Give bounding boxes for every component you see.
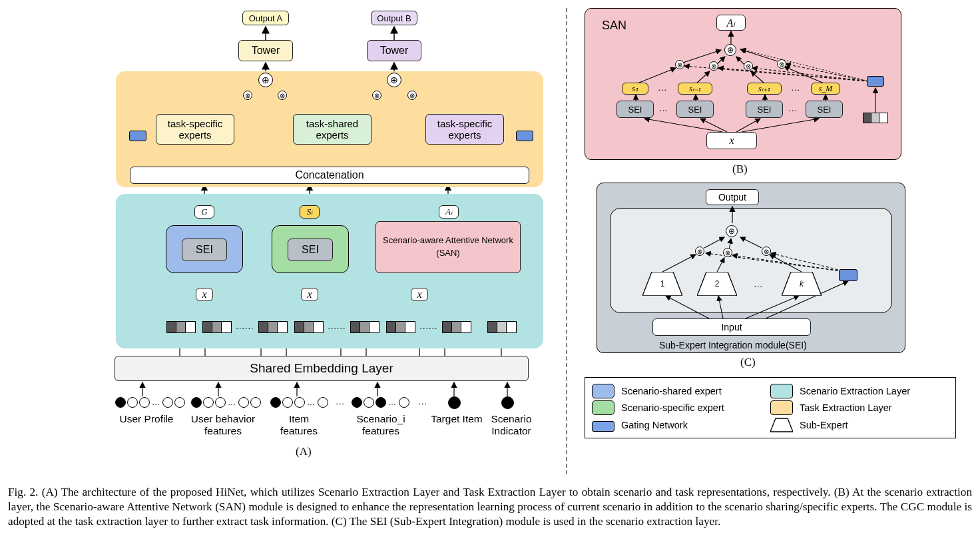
san-s3: sᵢ₊₁ — [747, 83, 782, 95]
san-s1: s₁ — [622, 83, 648, 95]
san-sub: (SAN) — [436, 247, 459, 260]
input-target-item-dot — [447, 396, 461, 409]
g-out: G — [194, 205, 214, 219]
sei-gate — [839, 269, 858, 281]
san-dots-2: … — [791, 83, 800, 93]
ai-out: Aᵢ — [439, 205, 459, 219]
tower-b: Tower — [367, 40, 421, 61]
sei-input: Input — [652, 318, 811, 336]
san-scen-strip — [863, 113, 888, 123]
legend-shared-expert: Scenario-shared expert — [621, 386, 722, 396]
san-ai: Aᵢ — [716, 15, 746, 31]
task-shared-experts: task-shared experts — [293, 114, 371, 145]
san-sei-3: SEI — [746, 101, 783, 118]
feat-strip-3 — [258, 321, 288, 333]
sei-trap-dots: … — [754, 279, 763, 290]
feat-gap-1: …… — [236, 321, 254, 332]
san-s2: sᵢ₋₁ — [678, 83, 712, 95]
sei-specific: SEI — [288, 239, 333, 261]
panels-divider — [561, 8, 573, 474]
panel-b-letter: (B) — [732, 163, 748, 176]
gate-right — [516, 131, 533, 141]
legend-icon-sel — [770, 384, 793, 398]
legend-tel: Task Extraction Layer — [800, 402, 892, 413]
san-m3: ⊗ — [744, 61, 753, 71]
legend-icon-gating — [592, 421, 614, 432]
svg-text:k: k — [800, 279, 804, 288]
legend-icon-tel — [770, 400, 793, 415]
figure-caption: Fig. 2. (A) The architecture of the prop… — [8, 485, 972, 529]
figure-2: Output A Output B Tower Tower ⊕ ⊕ ⊗ ⊗ ⊗ … — [8, 8, 972, 529]
tower-a: Tower — [238, 40, 293, 61]
san-dots-1: … — [658, 83, 667, 93]
concatenation: Concatenation — [130, 167, 529, 184]
mult-b1: ⊗ — [372, 91, 381, 100]
si-out: Sᵢ — [300, 205, 320, 219]
feat-strip-6 — [386, 321, 415, 333]
plus-b: ⊕ — [387, 73, 401, 87]
x-3: x — [411, 288, 428, 301]
svg-text:2: 2 — [715, 279, 720, 288]
task-specific-experts-a: task-specific experts — [156, 114, 234, 145]
san-title-label: SAN — [602, 19, 626, 33]
san-sei-4: SEI — [806, 101, 843, 118]
sei-trap-2: 2 — [697, 272, 737, 296]
feat-strip-scenind — [487, 321, 517, 333]
lbl-scenario-i: Scenario_i features — [348, 413, 414, 437]
lbl-target-item: Target Item — [425, 413, 489, 425]
feat-strip-5 — [350, 321, 379, 333]
san-gate — [867, 76, 884, 87]
panels-right: SAN — [573, 8, 972, 474]
output-b: Output B — [371, 11, 417, 25]
input-item-dots: … — [270, 396, 329, 408]
x-2: x — [301, 288, 318, 301]
feat-strip-1 — [166, 321, 196, 333]
task-specific-experts-b: task-specific experts — [425, 114, 504, 145]
mult-a1: ⊗ — [243, 91, 252, 100]
san-m4: ⊗ — [777, 59, 786, 69]
san-sei-1: SEI — [616, 101, 654, 118]
san-x: x — [706, 132, 757, 149]
legend-icon-shared-expert — [592, 384, 614, 398]
sei-trap-k: k — [782, 272, 822, 296]
legend-subexpert: Sub-Expert — [800, 420, 848, 430]
feat-strip-4 — [294, 321, 324, 333]
san-sei-dots-2: … — [788, 103, 798, 114]
sei-trap-1: 1 — [642, 272, 682, 296]
x-1: x — [196, 288, 213, 301]
legend: Scenario-shared expert Scenario Extracti… — [585, 377, 956, 438]
plus-a: ⊕ — [258, 73, 273, 87]
san-box: Scenario-aware Attentive Network (SAN) — [375, 221, 521, 273]
panel-a: Output A Output B Tower Tower ⊕ ⊕ ⊗ ⊗ ⊗ … — [8, 8, 561, 474]
san-plus: ⊕ — [724, 44, 736, 56]
sei-m3: ⊗ — [762, 247, 771, 256]
lbl-user-behavior: User behavior features — [186, 413, 260, 437]
san-sei-2: SEI — [676, 101, 714, 118]
input-scenario-dots: … — [351, 396, 410, 408]
sei-plus: ⊕ — [726, 225, 738, 237]
sei-inner — [610, 208, 892, 313]
legend-icon-subexpert — [770, 417, 793, 433]
input-user-behavior-dots: … — [190, 396, 262, 408]
input-scenario-ind-dot — [501, 396, 515, 409]
gate-left — [129, 131, 146, 141]
svg-text:1: 1 — [660, 279, 665, 288]
panel-c-letter: (C) — [740, 356, 756, 369]
san-s4: s_M — [811, 83, 840, 95]
feat-strip-2 — [202, 321, 232, 333]
legend-gating: Gating Network — [621, 420, 688, 430]
lbl-scenario-ind: Scenario Indicator — [485, 413, 538, 437]
sei-output: Output — [706, 189, 759, 205]
feat-gap-2: …… — [328, 321, 346, 332]
lbl-user-profile: User Profile — [113, 413, 180, 425]
shared-embedding-layer: Shared Embedding Layer — [115, 356, 529, 381]
san-sei-dots-1: … — [659, 103, 668, 114]
mult-a2: ⊗ — [278, 91, 287, 100]
input-gap-1: … — [336, 396, 345, 407]
panel-a-letter: (A) — [296, 445, 312, 458]
san-title: Scenario-aware Attentive Network — [383, 235, 513, 247]
feat-strip-7 — [442, 321, 471, 333]
sei-shared: SEI — [182, 239, 227, 261]
legend-sel: Scenario Extraction Layer — [800, 386, 910, 396]
san-m2: ⊗ — [709, 61, 718, 71]
